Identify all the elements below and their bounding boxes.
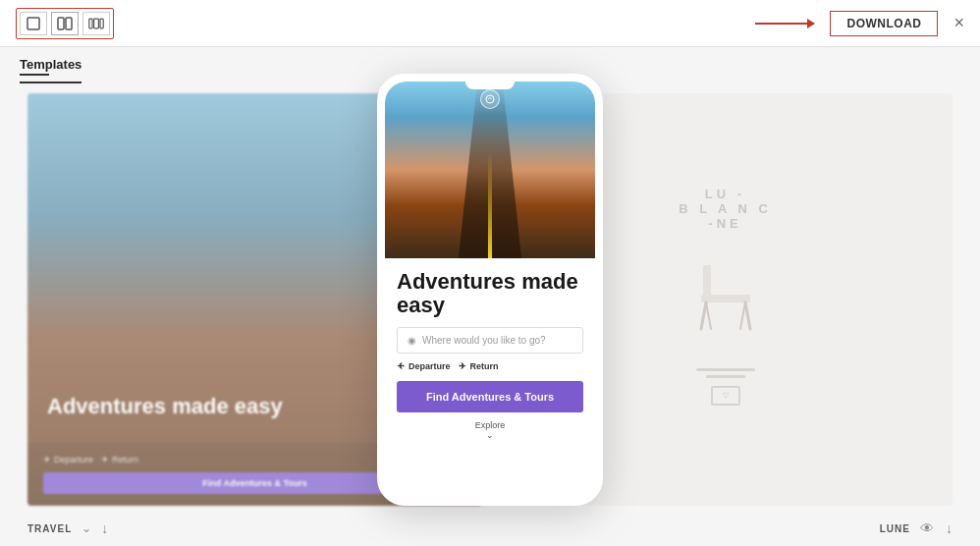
svg-rect-0 <box>27 18 39 29</box>
svg-rect-8 <box>703 265 711 300</box>
phone-content: Adventures made easy ◉ Where would you l… <box>385 258 595 452</box>
phone-background <box>385 82 595 258</box>
svg-rect-3 <box>89 19 92 28</box>
phone-mockup: Adventures made easy ◉ Where would you l… <box>377 74 603 506</box>
travel-chevron-icon: ⌄ <box>82 521 91 535</box>
view-toggle-group <box>16 8 114 39</box>
main-content: Templates Adventures made easy ✈ Departu… <box>0 47 980 546</box>
travel-card-actions: ↓ <box>101 520 108 536</box>
return-plane-icon: ✈ <box>459 361 466 371</box>
lune-label-group: LUNE 👁 ↓ <box>490 520 953 536</box>
tab-divider <box>20 74 49 76</box>
phone-notch <box>465 82 515 89</box>
cards-footer: TRAVEL ⌄ ↓ LUNE 👁 ↓ <box>0 520 980 536</box>
svg-rect-2 <box>66 18 72 29</box>
phone-hero-text: Adventures made easy <box>397 270 583 317</box>
close-button[interactable]: × <box>953 13 964 33</box>
plane-depart-icon: ✈ <box>43 455 51 464</box>
phone-inner: Adventures made easy ◉ Where would you l… <box>385 82 595 498</box>
lune-lines: ▽ <box>696 364 755 413</box>
travel-label-group: TRAVEL ⌄ ↓ <box>27 520 490 536</box>
svg-line-9 <box>701 302 706 329</box>
svg-line-12 <box>740 302 745 329</box>
return-item: ✈ Return <box>101 455 138 464</box>
departure-plane-icon: ✈ <box>397 361 405 371</box>
arrow-line <box>755 23 814 25</box>
search-placeholder-text: Where would you like to go? <box>422 335 546 346</box>
tab-templates[interactable]: Templates <box>20 57 82 83</box>
wide-view-button[interactable] <box>82 12 110 35</box>
chair-illustration <box>681 250 770 349</box>
lune-card-actions: 👁 ↓ <box>920 520 953 536</box>
travel-label: TRAVEL <box>27 523 72 534</box>
phone-logo <box>480 89 500 109</box>
phone-explore-text: Explore ⌄ <box>397 420 583 440</box>
departure-item: ✈ Departure <box>43 455 93 464</box>
single-view-button[interactable] <box>20 12 47 35</box>
lune-label: LUNE <box>880 523 910 534</box>
cards-container: Adventures made easy ✈ Departure ✈ Retur… <box>0 83 980 535</box>
top-bar: DOWNLOAD × <box>0 0 980 47</box>
svg-rect-1 <box>58 18 64 29</box>
location-pin-icon: ◉ <box>408 335 416 346</box>
phone-cta-button[interactable]: Find Adventures & Tours <box>397 381 583 412</box>
double-view-button[interactable] <box>51 12 79 35</box>
lune-download-icon[interactable]: ↓ <box>946 520 953 536</box>
plane-arrive-icon: ✈ <box>101 455 109 464</box>
eye-icon[interactable]: 👁 <box>920 520 934 536</box>
svg-line-11 <box>706 302 711 329</box>
chevron-down-icon: ⌄ <box>486 430 494 440</box>
svg-point-6 <box>486 95 494 103</box>
return-date[interactable]: ✈ Return <box>459 361 499 371</box>
svg-rect-4 <box>94 19 99 28</box>
departure-date[interactable]: ✈ Departure <box>397 361 451 371</box>
road-line <box>488 152 492 258</box>
arrow-indicator <box>755 23 814 25</box>
svg-rect-5 <box>100 19 103 28</box>
phone-dates-row: ✈ Departure ✈ Return <box>397 361 583 371</box>
download-icon[interactable]: ↓ <box>101 520 108 536</box>
lune-logo: LU - B L A N C -NE <box>679 187 772 231</box>
svg-line-10 <box>745 302 750 329</box>
download-button[interactable]: DOWNLOAD <box>830 11 938 36</box>
top-right-actions: DOWNLOAD × <box>755 11 964 36</box>
phone-search-bar[interactable]: ◉ Where would you like to go? <box>397 327 583 354</box>
